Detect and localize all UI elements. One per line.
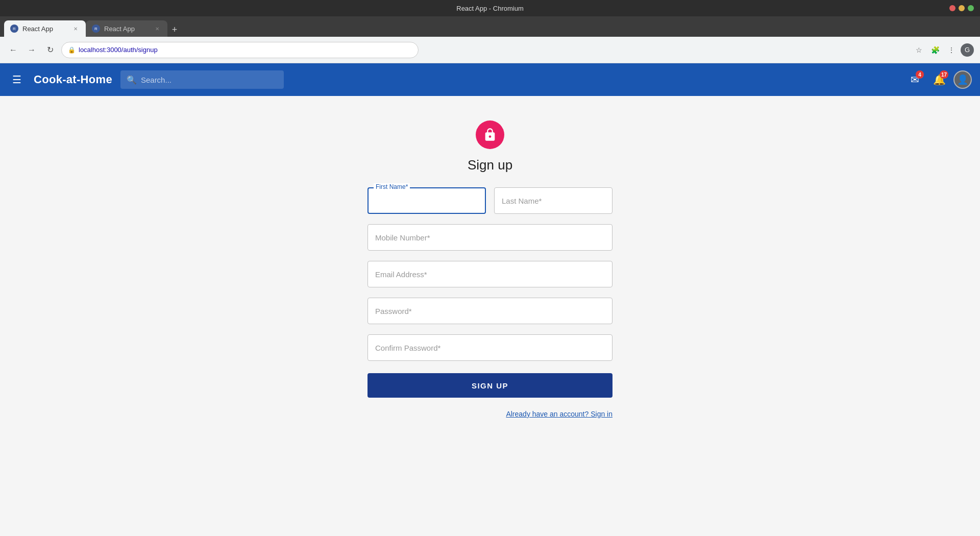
mobile-input[interactable] [368,224,612,251]
mobile-field [368,224,612,251]
tab-1-close[interactable]: ✕ [71,25,80,33]
password-input[interactable] [368,298,612,324]
mail-button[interactable]: ✉ 4 [904,69,925,90]
menu-icon[interactable]: ☰ [8,69,26,90]
first-name-label: First Name* [374,183,410,190]
email-input[interactable] [368,261,612,287]
confirm-password-field [368,334,612,361]
first-name-input[interactable] [368,187,486,214]
titlebar-title: React App - Chromium [456,5,524,12]
last-name-input[interactable] [494,187,612,214]
user-avatar-button[interactable]: 👤 [953,70,972,89]
email-field [368,261,612,287]
tab-1[interactable]: R React App ✕ [4,20,86,37]
tab-1-label: React App [22,25,53,33]
app-title: Cook-at-Home [34,73,112,86]
last-name-field [494,187,612,214]
lock-icon-circle [476,120,504,149]
app-header: ☰ Cook-at-Home 🔍 ✉ 4 🔔 17 👤 [0,63,980,96]
back-button[interactable]: ← [6,43,20,57]
tab-2-label: React App [104,25,135,33]
address-bar-actions: ☆ 🧩 ⋮ G [912,43,974,57]
traffic-light-red[interactable] [949,5,955,11]
header-actions: ✉ 4 🔔 17 👤 [904,69,972,90]
search-input[interactable] [141,76,278,84]
first-name-field: First Name* [368,187,486,214]
traffic-light-yellow[interactable] [959,5,965,11]
new-tab-button[interactable]: + [167,22,182,37]
address-bar: ← → ↻ 🔒 localhost:3000/auth/signup ☆ 🧩 ⋮… [0,37,980,63]
star-button[interactable]: ☆ [912,43,926,57]
browser-titlebar: React App - Chromium [0,0,980,16]
search-wrapper: 🔍 [120,70,284,89]
address-lock-icon: 🔒 [68,46,76,54]
notification-button[interactable]: 🔔 17 [929,69,949,90]
tab-1-favicon: R [10,25,18,33]
password-field [368,298,612,324]
name-row: First Name* [368,187,612,214]
lock-icon [483,128,497,142]
extensions-button[interactable]: 🧩 [928,43,942,57]
tab-2-close[interactable]: ✕ [153,25,161,33]
signup-form: First Name* [368,187,612,418]
signup-button[interactable]: SIGN UP [368,373,612,398]
notification-badge: 17 [940,70,948,79]
traffic-lights [949,5,974,11]
browser-profile[interactable]: G [961,43,974,57]
forward-button[interactable]: → [24,43,39,57]
tab-2[interactable]: R React App ✕ [86,20,167,37]
signup-container: Sign up First Name* [12,120,968,418]
traffic-light-green[interactable] [968,5,974,11]
address-bar-input[interactable]: 🔒 localhost:3000/auth/signup [61,42,419,58]
tab-bar: R React App ✕ R React App ✕ + [0,16,980,37]
mail-badge: 4 [916,70,924,79]
signup-title: Sign up [468,157,512,173]
reload-button[interactable]: ↻ [43,43,57,57]
settings-button[interactable]: ⋮ [944,43,959,57]
tab-2-favicon: R [92,25,100,33]
address-url: localhost:3000/auth/signup [79,46,158,54]
search-icon: 🔍 [127,75,137,85]
page-content: Sign up First Name* [0,96,980,536]
confirm-password-input[interactable] [368,334,612,361]
signin-link[interactable]: Already have an account? Sign in [506,410,612,418]
